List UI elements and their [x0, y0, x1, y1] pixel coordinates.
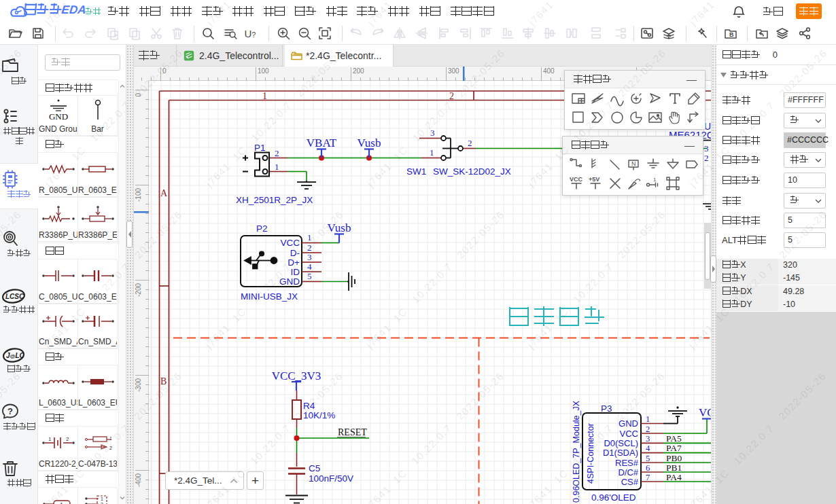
svg-text:3: 3 [307, 252, 312, 262]
svg-text:3: 3 [704, 143, 709, 154]
svg-text:XH_2501R_2P_JX: XH_2501R_2P_JX [236, 195, 313, 205]
svg-text:Vusb: Vusb [328, 221, 351, 234]
svg-text:1: 1 [275, 162, 279, 172]
svg-text:P1: P1 [254, 143, 266, 153]
svg-text:1: 1 [307, 232, 312, 242]
svg-text:VBAT: VBAT [307, 137, 337, 149]
svg-text:2: 2 [275, 148, 279, 158]
svg-text:LCSC: LCSC [5, 293, 24, 300]
svg-text:0: 0 [162, 67, 167, 75]
svg-text:?: ? [7, 406, 13, 416]
svg-text:1: 1 [262, 91, 267, 101]
svg-text:300: 300 [448, 67, 459, 75]
svg-text:4: 4 [307, 262, 312, 272]
svg-text:2: 2 [66, 436, 69, 442]
svg-text:2: 2 [468, 138, 472, 148]
svg-text:1: 1 [109, 436, 112, 441]
svg-text:D+: D+ [288, 257, 300, 268]
svg-text:1: 1 [101, 497, 103, 501]
svg-text:MINI-USB_JX: MINI-USB_JX [241, 291, 298, 302]
svg-text:1: 1 [653, 177, 657, 183]
svg-text:SW1: SW1 [406, 166, 426, 177]
svg-text:3: 3 [430, 128, 435, 138]
svg-text:A: A [160, 188, 168, 198]
svg-text:400: 400 [543, 67, 555, 75]
svg-text:N: N [631, 160, 636, 167]
svg-text:1: 1 [48, 436, 52, 442]
svg-text:VCC: VCC [280, 238, 300, 248]
svg-text:1: 1 [430, 147, 434, 158]
svg-text:P2: P2 [256, 223, 268, 234]
svg-text:VCC: VCC [570, 176, 583, 183]
svg-text:GND: GND [279, 276, 300, 287]
svg-text:2: 2 [449, 91, 454, 101]
svg-text:2: 2 [704, 153, 709, 163]
svg-text:2: 2 [109, 446, 112, 450]
svg-text:Vusb: Vusb [358, 137, 381, 149]
svg-text:J@LC: J@LC [6, 352, 24, 359]
svg-text:GND: GND [48, 111, 67, 122]
svg-text:ID: ID [291, 267, 300, 277]
svg-text:SW_SK-12D02_JX: SW_SK-12D02_JX [433, 166, 511, 177]
svg-text:200: 200 [353, 67, 364, 75]
svg-text:B: B [160, 376, 167, 386]
svg-text:100: 100 [258, 67, 269, 75]
svg-text:D-: D- [290, 248, 300, 258]
svg-text:B: B [729, 31, 734, 38]
svg-text:2: 2 [307, 242, 312, 253]
svg-text:1: 1 [60, 501, 63, 504]
svg-text:+5V: +5V [589, 176, 599, 183]
svg-text:5: 5 [307, 271, 312, 281]
